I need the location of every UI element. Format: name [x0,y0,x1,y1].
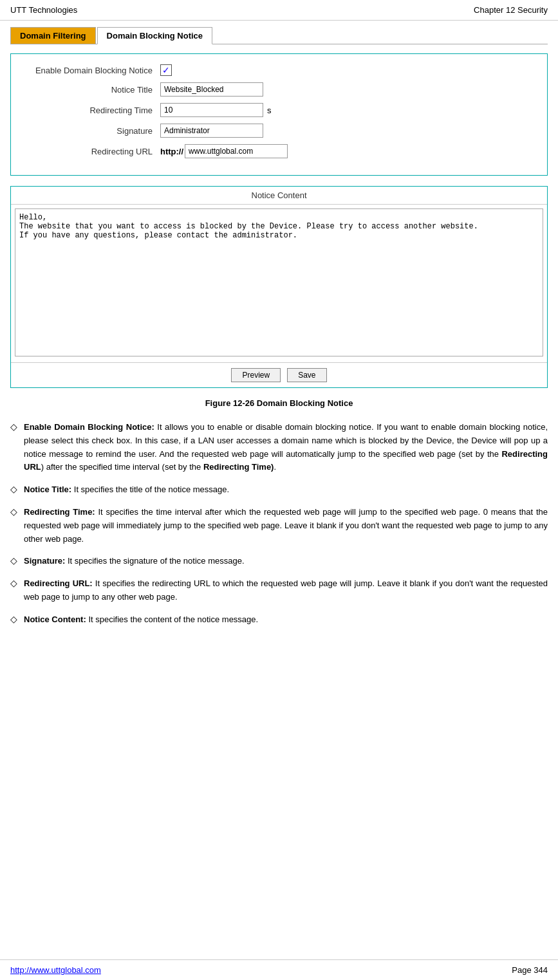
diamond-icon-3: ◇ [10,506,17,517]
diamond-icon-4: ◇ [10,555,17,566]
notice-textarea-wrapper [11,205,547,362]
header-left: UTT Technologies [10,5,77,15]
bullet-signature: ◇ Signature: It specifies the signature … [10,555,548,568]
enable-checkbox[interactable] [160,64,172,76]
enable-label: Enable Domain Blocking Notice [24,66,153,75]
notice-title-row: Notice Title [24,82,534,97]
bullet-notice-content-term: Notice Content: [24,615,86,624]
bullet-redirecting-time: ◇ Redirecting Time: It specifies the tim… [10,506,548,546]
diamond-icon-1: ◇ [10,421,17,432]
bullet-notice-content: ◇ Notice Content: It specifies the conte… [10,613,548,627]
page-footer: http://www.uttglobal.com Page 344 [0,959,558,980]
bullet-notice-content-text: Notice Content: It specifies the content… [24,613,258,627]
notice-title-label: Notice Title [24,85,153,95]
redirecting-time-input[interactable] [160,103,263,117]
http-prefix: http:// [160,147,183,156]
redirecting-url-row: Redirecting URL http:// [24,144,534,158]
bullet-section: ◇ Enable Domain Blocking Notice: It allo… [10,421,548,627]
signature-label: Signature [24,126,153,136]
bullet-notice-title-term: Notice Title: [24,485,71,494]
redirecting-url-label: Redirecting URL [24,147,153,156]
notice-title-input[interactable] [160,82,263,97]
bullet-signature-term: Signature: [24,556,65,566]
figure-caption: Figure 12-26 Domain Blocking Notice [10,398,548,408]
diamond-icon-2: ◇ [10,484,17,494]
tabs-row: Domain Filtering Domain Blocking Notice [10,27,548,44]
bullet-notice-title: ◇ Notice Title: It specifies the title o… [10,483,548,497]
bullet-redirecting-url-text: Redirecting URL: It specifies the redire… [24,577,548,604]
redirecting-time-label: Redirecting Time [24,106,153,115]
bullet-enable-text: Enable Domain Blocking Notice: It allows… [24,421,548,474]
redirecting-url-input[interactable] [185,144,288,158]
bullet-redirecting-time-text: Redirecting Time: It specifies the time … [24,506,548,546]
redirecting-time-ref: Redirecting Time) [203,462,274,472]
diamond-icon-5: ◇ [10,578,17,588]
redirecting-time-row: Redirecting Time s [24,103,534,117]
bullet-redirecting-url: ◇ Redirecting URL: It specifies the redi… [10,577,548,604]
settings-form-box: Enable Domain Blocking Notice Notice Tit… [10,53,548,176]
tab-domain-filtering[interactable]: Domain Filtering [10,27,96,44]
notice-actions: Preview Save [11,362,547,387]
notice-content-section: Notice Content Preview Save [10,186,548,388]
header-right: Chapter 12 Security [474,5,548,15]
signature-input[interactable] [160,124,263,138]
diamond-icon-6: ◇ [10,614,17,624]
bullet-signature-text: Signature: It specifies the signature of… [24,555,245,568]
bullet-enable: ◇ Enable Domain Blocking Notice: It allo… [10,421,548,474]
redirecting-url-ref: Redirecting URL [24,449,548,472]
notice-content-header: Notice Content [11,187,547,205]
signature-row: Signature [24,124,534,138]
bullet-redirecting-time-term: Redirecting Time: [24,507,95,517]
page-number: Page 344 [512,965,548,975]
bullet-notice-title-text: Notice Title: It specifies the title of … [24,483,229,497]
save-button[interactable]: Save [287,368,326,382]
bullet-redirecting-url-term: Redirecting URL: [24,578,93,588]
preview-button[interactable]: Preview [231,368,281,382]
time-unit: s [267,106,272,115]
bullet-enable-term: Enable Domain Blocking Notice: [24,422,154,432]
footer-link[interactable]: http://www.uttglobal.com [10,965,101,975]
tab-domain-blocking-notice[interactable]: Domain Blocking Notice [97,27,213,44]
enable-row: Enable Domain Blocking Notice [24,64,534,76]
notice-content-textarea[interactable] [15,208,543,356]
